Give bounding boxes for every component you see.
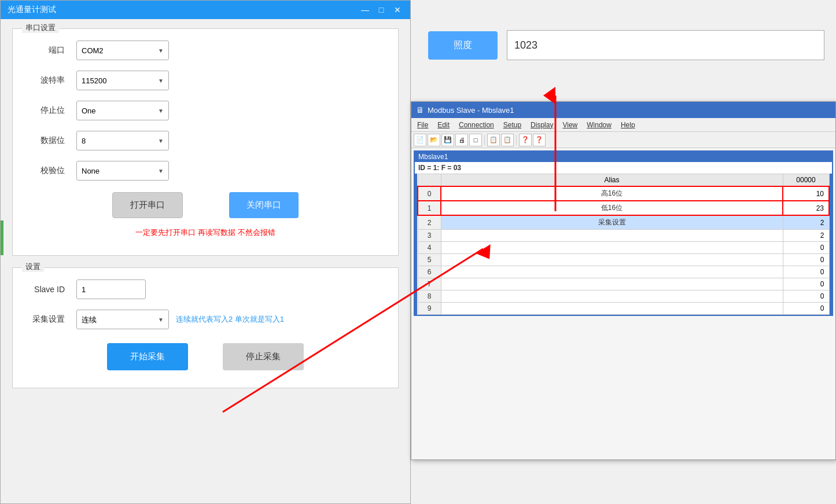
row-number: 1 — [418, 201, 441, 215]
modbus-id-line: ID = 1: F = 03 — [415, 162, 832, 174]
toolbar-separator — [484, 135, 485, 145]
row-value: 0 — [783, 290, 829, 303]
start-collect-button[interactable]: 开始采集 — [107, 343, 188, 370]
table-row: 80 — [418, 290, 829, 303]
stopbits-label: 停止位 — [30, 105, 76, 116]
databits-select-wrapper[interactable]: 8567 ▼ — [76, 131, 169, 150]
maximize-button[interactable]: □ — [375, 4, 387, 16]
databits-label: 数据位 — [30, 135, 76, 146]
parity-select-wrapper[interactable]: NoneOddEven ▼ — [76, 161, 169, 181]
table-row: 2采集设置2 — [418, 215, 829, 230]
row-value: 0 — [783, 303, 829, 315]
row-number: 3 — [418, 230, 441, 242]
row-value: 0 — [783, 242, 829, 254]
table-row: 32 — [418, 230, 829, 242]
collect-select[interactable]: 连续单次 — [82, 310, 164, 329]
slave-id-row: Slave ID — [30, 279, 381, 299]
row-alias — [441, 230, 783, 242]
row-value: 2 — [783, 230, 829, 242]
toolbar-print-btn[interactable]: 🖨 — [455, 134, 468, 146]
settings-section-title: 设置 — [22, 262, 44, 272]
modbus-inner-title: Mbslave1 — [415, 152, 832, 162]
baudrate-select[interactable]: 11520096003840057600 — [82, 71, 164, 90]
row-alias: 高16位 — [441, 186, 783, 201]
modbus-inner-window: Mbslave1 ID = 1: F = 03 Alias 00000 0高16… — [414, 150, 833, 316]
row-number: 2 — [418, 215, 441, 230]
toolbar-copy-btn[interactable]: 📋 — [487, 134, 500, 146]
menu-display[interactable]: Display — [527, 120, 557, 130]
parity-select[interactable]: NoneOddEven — [82, 161, 164, 180]
minimize-button[interactable]: — — [359, 4, 371, 16]
toolbar-save-btn[interactable]: 💾 — [441, 134, 454, 146]
toolbar-separator2 — [516, 135, 517, 145]
app-title: 光通量计测试 — [8, 5, 359, 15]
menu-view[interactable]: View — [559, 120, 581, 130]
warning-text: 一定要先打开串口 再读写数据 不然会报错 — [30, 227, 381, 238]
row-number: 0 — [418, 186, 441, 201]
modbus-title-bar: 🖥 Modbus Slave - Mbslave1 — [411, 102, 835, 118]
menu-file[interactable]: File — [414, 120, 432, 130]
stopbits-row: 停止位 OneTwoOnePointFive ▼ — [30, 101, 381, 120]
port-select-wrapper[interactable]: COM2COM1COM3COM4 ▼ — [76, 41, 169, 60]
slave-id-label: Slave ID — [30, 285, 76, 294]
row-value: 0 — [783, 254, 829, 266]
toolbar-about-btn[interactable]: ❓ — [533, 134, 546, 146]
lux-value: 1023 — [514, 39, 537, 51]
right-panel: 照度 1023 — [417, 19, 836, 83]
window-controls: — □ ✕ — [359, 4, 403, 16]
lux-row: 照度 1023 — [428, 30, 824, 60]
modbus-title-icon: 🖥 — [416, 105, 424, 115]
slave-id-input[interactable] — [76, 279, 146, 299]
menu-window[interactable]: Window — [583, 120, 615, 130]
row-alias — [441, 278, 783, 290]
lux-button[interactable]: 照度 — [428, 31, 498, 60]
col-value-header: 00000 — [783, 174, 829, 187]
green-indicator-bar — [1, 220, 3, 255]
row-value: 23 — [783, 201, 829, 215]
toolbar-new-btn[interactable]: 📄 — [414, 134, 426, 146]
row-alias: 采集设置 — [441, 215, 783, 230]
stop-collect-button[interactable]: 停止采集 — [223, 343, 304, 370]
row-number: 5 — [418, 254, 441, 266]
main-window: 光通量计测试 — □ ✕ 串口设置 端口 COM2COM1COM3COM4 ▼ — [0, 0, 411, 504]
row-number: 8 — [418, 290, 441, 303]
row-value: 0 — [783, 266, 829, 278]
close-button[interactable]: ✕ — [392, 4, 403, 16]
port-row: 端口 COM2COM1COM3COM4 ▼ — [30, 41, 381, 60]
table-row: 60 — [418, 266, 829, 278]
baudrate-row: 波特率 11520096003840057600 ▼ — [30, 71, 381, 90]
toolbar-paste-btn[interactable]: 📋 — [501, 134, 514, 146]
menu-edit[interactable]: Edit — [434, 120, 453, 130]
menu-setup[interactable]: Setup — [500, 120, 525, 130]
row-value: 0 — [783, 278, 829, 290]
table-row: 1低16位23 — [418, 201, 829, 215]
table-row: 70 — [418, 278, 829, 290]
toolbar-box-btn[interactable]: □ — [469, 134, 482, 146]
menu-connection[interactable]: Connection — [455, 120, 498, 130]
port-select[interactable]: COM2COM1COM3COM4 — [82, 41, 164, 60]
title-bar: 光通量计测试 — □ ✕ — [1, 1, 410, 19]
toolbar-help-btn[interactable]: ❓ — [519, 134, 532, 146]
modbus-window: 🖥 Modbus Slave - Mbslave1 File Edit Conn… — [411, 101, 836, 460]
collect-note: 连续就代表写入2 单次就是写入1 — [176, 314, 284, 325]
row-value: 2 — [783, 215, 829, 230]
col-index-header — [418, 174, 441, 187]
modbus-data-table: Alias 00000 0高16位101低16位232采集设置232405060… — [417, 174, 830, 315]
row-alias — [441, 242, 783, 254]
row-alias — [441, 303, 783, 315]
close-serial-button[interactable]: 关闭串口 — [229, 192, 299, 218]
settings-section: 设置 Slave ID 采集设置 连续单次 ▼ 连续就代表写入2 单次就是写入1 — [12, 267, 399, 388]
row-value: 10 — [783, 186, 829, 201]
row-number: 4 — [418, 242, 441, 254]
open-serial-button[interactable]: 打开串口 — [112, 192, 183, 218]
parity-row: 校验位 NoneOddEven ▼ — [30, 161, 381, 181]
collect-select-wrapper[interactable]: 连续单次 ▼ — [76, 310, 169, 329]
toolbar-open-btn[interactable]: 📂 — [428, 134, 440, 146]
databits-select[interactable]: 8567 — [82, 131, 164, 150]
stopbits-select[interactable]: OneTwoOnePointFive — [82, 101, 164, 120]
collect-row: 采集设置 连续单次 ▼ 连续就代表写入2 单次就是写入1 — [30, 310, 381, 329]
stopbits-select-wrapper[interactable]: OneTwoOnePointFive ▼ — [76, 101, 169, 120]
baudrate-select-wrapper[interactable]: 11520096003840057600 ▼ — [76, 71, 169, 90]
col-alias-header: Alias — [441, 174, 783, 187]
menu-help[interactable]: Help — [617, 120, 639, 130]
